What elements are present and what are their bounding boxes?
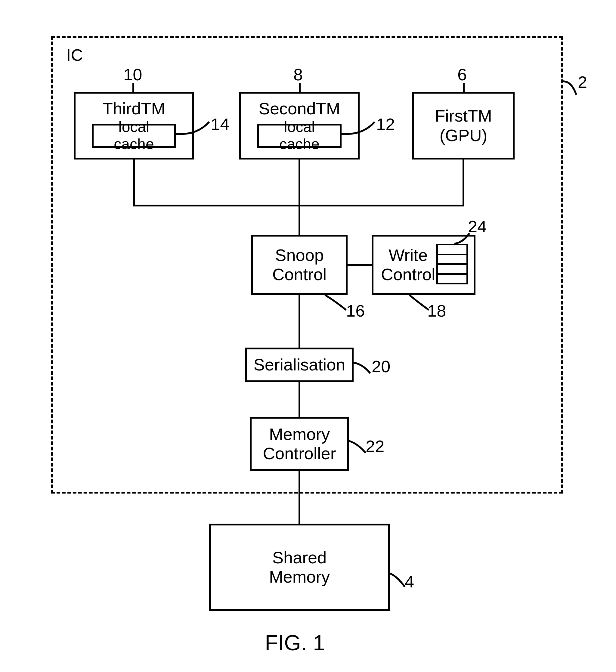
shared-memory-block: Shared Memory — [209, 524, 390, 611]
serialisation-title: Serialisation — [253, 355, 345, 374]
memctrl-title1: Memory — [269, 425, 330, 444]
write-title2: Control — [381, 265, 435, 284]
snoop-title2: Control — [272, 265, 327, 284]
figure-label: FIG. 1 — [265, 630, 325, 655]
first-tm-title2: (GPU) — [440, 126, 488, 145]
leader-20 — [352, 361, 376, 376]
second-tm-ref: 8 — [293, 65, 303, 84]
shared-title1: Shared — [272, 548, 327, 567]
third-tm-title: ThirdTM — [103, 99, 165, 118]
leader-12 — [342, 119, 381, 137]
ic-label: IC — [66, 45, 83, 65]
memctrl-title2: Controller — [263, 444, 336, 463]
snoop-title1: Snoop — [275, 246, 324, 265]
conn-serial-memctrl — [299, 382, 300, 417]
leader-8 — [299, 83, 301, 92]
ic-ref-leader — [560, 78, 584, 99]
conn-firsttm-v — [463, 159, 464, 205]
conn-snoop-write — [348, 264, 372, 266]
conn-memctrl-shared — [299, 471, 300, 524]
conn-thirdtm-v — [133, 159, 135, 205]
leader-10 — [132, 83, 134, 92]
second-tm-cache: local cache — [257, 124, 342, 148]
first-tm-title1: FirstTM — [435, 106, 492, 125]
first-tm-ref: 6 — [457, 65, 467, 84]
leader-24 — [453, 232, 477, 247]
conn-bus-h — [133, 205, 464, 206]
conn-snoop-serial — [299, 295, 300, 348]
diagram-canvas: IC 2 10 8 6 ThirdTM local cache 14 Secon… — [0, 0, 616, 672]
second-tm-title: SecondTM — [259, 99, 340, 118]
leader-14 — [176, 119, 215, 137]
conn-secondtm-v — [299, 159, 300, 235]
write-title1: Write — [388, 246, 428, 265]
third-tm-ref: 10 — [123, 65, 142, 84]
leader-6 — [463, 83, 465, 92]
snoop-block: Snoop Control — [251, 235, 348, 295]
memctrl-block: Memory Controller — [250, 417, 349, 471]
leader-4 — [388, 572, 412, 590]
leader-22 — [348, 439, 372, 456]
shared-title2: Memory — [269, 567, 330, 587]
serialisation-block: Serialisation — [245, 348, 354, 382]
first-tm-block: FirstTM (GPU) — [412, 92, 515, 159]
write-buffer-icon — [436, 244, 468, 284]
leader-18 — [408, 293, 435, 314]
third-tm-cache: local cache — [92, 124, 176, 148]
leader-16 — [323, 293, 351, 314]
